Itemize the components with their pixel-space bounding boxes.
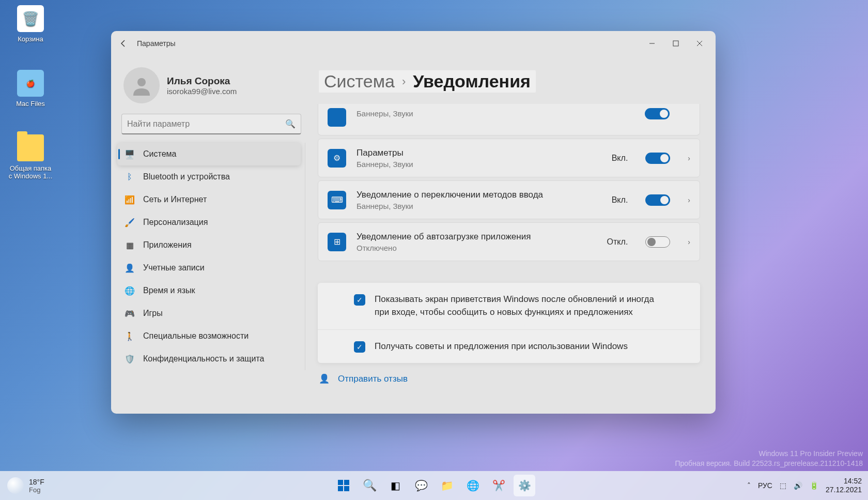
window-title: Параметры: [137, 39, 176, 48]
sidebar-item-time-language[interactable]: 🌐Время и язык: [117, 279, 301, 302]
notif-card-partial[interactable]: Баннеры, Звуки: [318, 104, 700, 135]
profile-block[interactable]: Илья Сорока isoroka99@live.com: [117, 62, 305, 114]
sidebar-item-personalization[interactable]: 🖌️Персонализация: [117, 211, 301, 234]
close-icon: [696, 40, 703, 47]
chevron-right-icon: ›: [688, 154, 690, 162]
taskbar-edge[interactable]: 🌐: [462, 475, 484, 496]
sidebar-item-privacy[interactable]: 🛡️Конфиденциальность и защита: [117, 347, 301, 370]
feedback-link[interactable]: 👤 Отправить отзыв: [319, 373, 700, 384]
sidebar-item-label: Время и язык: [143, 286, 195, 295]
checkbox-label: Получать советы и предложения при исполь…: [375, 340, 628, 353]
desktop-label: Корзина: [7, 35, 54, 43]
weather-cond: Fog: [29, 486, 44, 494]
edge-icon: 🌐: [467, 479, 479, 492]
card-subtitle: Баннеры, Звуки: [357, 160, 601, 169]
svg-rect-5: [338, 480, 343, 485]
sidebar-item-apps[interactable]: ▦Приложения: [117, 234, 301, 256]
breadcrumb-root[interactable]: Система: [324, 71, 395, 92]
desktop-icon-shared-folder[interactable]: Общая папка с Windows 1...: [7, 134, 54, 180]
sidebar: Илья Сорока isoroka99@live.com 🔍 🖥️Систе…: [111, 56, 307, 414]
start-button[interactable]: [333, 475, 354, 496]
tray-language[interactable]: РУС: [758, 481, 772, 490]
search-input[interactable]: [127, 119, 285, 129]
taskbar-settings[interactable]: ⚙️: [514, 475, 535, 496]
desktop-label: Общая папка с Windows 1...: [7, 164, 54, 180]
user-icon: 👤: [125, 263, 135, 273]
taskbar: 18°F Fog 🔍 ◧ 💬 📁 🌐 ✂️ ⚙️ ˄ РУС ⬚ 🔊 🔋 14:…: [0, 471, 868, 500]
tray-cast-icon[interactable]: ⬚: [780, 481, 786, 490]
main-content: Система › Уведомления Баннеры, Звуки ⚙ П…: [307, 56, 716, 414]
notif-card-input-switch[interactable]: ⌨ Уведомление о переключении методов вво…: [318, 180, 700, 219]
svg-rect-6: [344, 480, 349, 485]
folder-icon: 🍎: [17, 70, 44, 97]
grid-icon: ⊞: [328, 233, 346, 251]
card-title: Уведомление о переключении методов ввода: [357, 189, 601, 201]
card-title: Параметры: [357, 147, 601, 159]
tray-chevron-up-icon[interactable]: ˄: [747, 481, 751, 490]
sidebar-item-accessibility[interactable]: 🚶Специальные возможности: [117, 325, 301, 347]
gamepad-icon: 🎮: [125, 308, 135, 319]
sidebar-item-gaming[interactable]: 🎮Игры: [117, 302, 301, 325]
taskbar-explorer[interactable]: 📁: [436, 475, 458, 496]
feedback-icon: 👤: [319, 373, 330, 384]
close-button[interactable]: [688, 35, 711, 52]
taskbar-taskview[interactable]: ◧: [384, 475, 406, 496]
sidebar-item-label: Персонализация: [143, 218, 208, 227]
svg-rect-1: [673, 41, 678, 46]
tray-clock[interactable]: 14:52 27.12.2021: [826, 477, 862, 495]
toggle-switch[interactable]: [645, 236, 670, 248]
nav-list: 🖥️Система ᛒBluetooth и устройства 📶Сеть …: [117, 143, 305, 370]
search-box[interactable]: 🔍: [121, 114, 301, 134]
search-icon: 🔍: [363, 479, 377, 492]
taskbar-search[interactable]: 🔍: [359, 475, 380, 496]
checkbox-row-welcome[interactable]: ✓ Показывать экран приветствия Windows п…: [318, 283, 700, 329]
desktop-icon-mac-files[interactable]: 🍎 Mac Files: [7, 70, 54, 108]
globe-icon: 🌐: [125, 285, 135, 296]
sidebar-item-accounts[interactable]: 👤Учетные записи: [117, 256, 301, 279]
profile-name: Илья Сорока: [167, 75, 237, 87]
clock-date: 27.12.2021: [826, 486, 862, 495]
apps-icon: ▦: [125, 240, 135, 250]
notif-card-settings[interactable]: ⚙ Параметры Баннеры, Звуки Вкл. ›: [318, 139, 700, 177]
settings-window: Параметры Илья Сорока isoroka99@live.com…: [111, 31, 716, 414]
taskbar-weather[interactable]: 18°F Fog: [7, 477, 44, 494]
card-subtitle: Отключено: [357, 244, 597, 252]
taskbar-snip[interactable]: ✂️: [488, 475, 509, 496]
weather-icon: [7, 477, 24, 494]
sidebar-item-label: Bluetooth и устройства: [143, 172, 230, 181]
checkbox-section: ✓ Показывать экран приветствия Windows п…: [318, 283, 700, 363]
svg-rect-8: [344, 486, 349, 491]
checkbox-row-tips[interactable]: ✓ Получать советы и предложения при испо…: [318, 330, 700, 363]
sidebar-item-label: Учетные записи: [143, 263, 205, 272]
sidebar-item-system[interactable]: 🖥️Система: [117, 143, 301, 165]
chat-icon: 💬: [415, 479, 428, 492]
bluetooth-icon: ᛒ: [125, 172, 135, 182]
toggle-switch[interactable]: [645, 108, 670, 119]
recycle-bin-icon: 🗑️: [17, 5, 44, 32]
sidebar-item-bluetooth[interactable]: ᛒBluetooth и устройства: [117, 165, 301, 188]
clock-time: 14:52: [826, 477, 862, 486]
tray-volume-icon[interactable]: 🔊: [794, 481, 802, 490]
desktop-icon-recycle-bin[interactable]: 🗑️ Корзина: [7, 5, 54, 43]
user-icon: [131, 75, 152, 96]
maximize-button[interactable]: [664, 35, 688, 52]
windows-icon: [337, 479, 350, 492]
checkbox-checked[interactable]: ✓: [354, 341, 365, 353]
keyboard-icon: ⌨: [328, 191, 346, 209]
svg-rect-7: [338, 486, 343, 491]
notif-card-startup[interactable]: ⊞ Уведомление об автозагрузке приложения…: [318, 222, 700, 261]
tray-battery-icon[interactable]: 🔋: [810, 481, 818, 490]
taskbar-chat[interactable]: 💬: [410, 475, 432, 496]
minimize-button[interactable]: [640, 35, 664, 52]
sidebar-item-label: Специальные возможности: [143, 331, 249, 341]
sidebar-item-network[interactable]: 📶Сеть и Интернет: [117, 188, 301, 211]
feedback-label: Отправить отзыв: [338, 374, 408, 384]
back-button[interactable]: [115, 35, 132, 52]
folder-icon: 📁: [441, 479, 454, 492]
checkbox-checked[interactable]: ✓: [354, 294, 365, 306]
svg-point-4: [137, 78, 146, 86]
toggle-switch[interactable]: [645, 153, 670, 164]
desktop-label: Mac Files: [7, 100, 54, 108]
taskview-icon: ◧: [391, 479, 400, 492]
toggle-switch[interactable]: [645, 194, 670, 206]
